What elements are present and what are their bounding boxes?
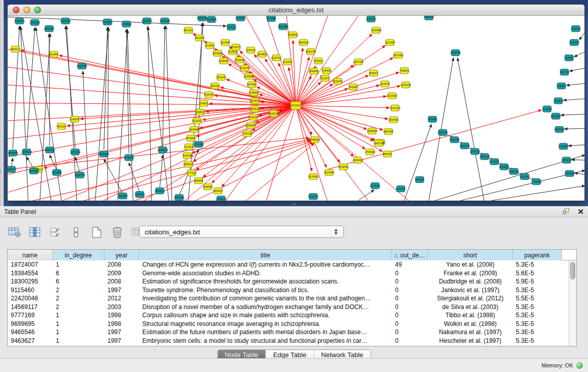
graph-edge-black[interactable] xyxy=(66,26,75,148)
graph-hub-node[interactable]: 18724007 xyxy=(291,102,301,110)
graph-node-teal[interactable]: 17359940 xyxy=(121,21,132,27)
window-titlebar[interactable]: citations_edges.txt xyxy=(8,5,584,16)
graph-node-yellow[interactable]: 8912956 xyxy=(49,51,58,57)
memory-status-icon[interactable] xyxy=(576,362,583,369)
graph-edge-black[interactable] xyxy=(572,160,584,160)
graph-node-yellow[interactable]: 18807249 xyxy=(374,140,384,146)
graph-node-yellow[interactable]: 11451947 xyxy=(248,114,259,120)
graph-node-teal[interactable]: 17290384 xyxy=(193,141,204,147)
graph-node-yellow[interactable]: 8660123 xyxy=(11,46,20,52)
graph-node-teal[interactable]: 10478293 xyxy=(21,149,32,155)
delete-table-button[interactable] xyxy=(110,225,125,239)
graph-node-yellow[interactable]: 8035726 xyxy=(333,78,342,84)
table-row[interactable]: 1456911722003Disruption of a novel membe… xyxy=(8,303,569,312)
graph-node-yellow[interactable]: 9327548 xyxy=(221,39,230,46)
graph-node-teal[interactable]: 12342758 xyxy=(438,129,448,136)
graph-edge-red[interactable] xyxy=(31,139,310,201)
graph-node-yellow[interactable]: 9463627 xyxy=(213,188,223,194)
graph-node-yellow[interactable]: 11156863 xyxy=(244,73,254,79)
graph-node-yellow[interactable]: 8756685 xyxy=(186,135,195,141)
graph-node-teal[interactable]: 20355721 xyxy=(14,18,25,24)
table-row[interactable]: 946362711997Embryonic stem cells: a mode… xyxy=(8,337,569,345)
graph-node-teal[interactable]: 11805423 xyxy=(45,147,55,153)
graph-node-yellow[interactable]: 12342757 xyxy=(239,65,250,71)
column-header-name[interactable]: name xyxy=(8,250,53,260)
graph-node-yellow[interactable]: 9901234 xyxy=(57,123,66,129)
graph-node-yellow[interactable]: 9558471 xyxy=(369,70,378,76)
graph-node-yellow[interactable]: 15248511 xyxy=(257,51,268,57)
graph-edge-black[interactable] xyxy=(13,26,19,149)
graph-node-yellow[interactable]: 9376142 xyxy=(246,47,255,53)
graph-node-yellow[interactable]: 22420046 xyxy=(234,57,245,63)
graph-node-teal[interactable]: 19558455 xyxy=(8,150,18,156)
graph-node-teal[interactable]: 15276021 xyxy=(60,18,71,24)
graph-node-yellow[interactable]: 12152481 xyxy=(338,164,349,170)
table-row[interactable]: 2242004622012Investigating the contribut… xyxy=(8,294,569,303)
graph-node-yellow[interactable]: 2718120 xyxy=(184,144,193,150)
graph-edge-red[interactable] xyxy=(293,40,296,105)
graph-edge-black[interactable] xyxy=(567,83,584,85)
graph-node-yellow[interactable]: 8222035 xyxy=(283,59,292,65)
table-row[interactable]: 1938455462009Genome-wide association stu… xyxy=(8,269,569,278)
table-vertical-scrollbar[interactable] xyxy=(569,260,576,346)
graph-edge-black[interactable] xyxy=(569,145,584,146)
graph-node-yellow[interactable]: 1621072 xyxy=(320,75,330,81)
graph-node-yellow[interactable]: 8186328 xyxy=(219,58,228,64)
graph-edge-black[interactable] xyxy=(40,34,50,201)
table-row[interactable]: 1830029562008Estimation of significance … xyxy=(8,277,569,286)
graph-node-yellow[interactable]: 1678275 xyxy=(231,44,241,50)
graph-edge-black[interactable] xyxy=(570,68,584,71)
table-row[interactable]: 977716911998Corpus callosum shape and si… xyxy=(8,311,569,320)
graph-node-yellow[interactable]: 12213967 xyxy=(385,39,396,46)
graph-node-teal[interactable]: 11485203 xyxy=(509,168,519,174)
graph-edge-black[interactable] xyxy=(564,128,584,129)
graph-node-teal[interactable]: 15692381 xyxy=(554,126,565,133)
graph-edge-black[interactable] xyxy=(575,173,584,174)
graph-node-teal[interactable]: 17103054 xyxy=(558,143,569,149)
graph-node-teal[interactable]: 15751074 xyxy=(569,39,580,46)
table-row[interactable]: 911546021997Tourette syndrome. Phenomeno… xyxy=(8,286,569,295)
graph-edge-black[interactable] xyxy=(104,27,107,150)
graph-node-yellow[interactable]: 16276504 xyxy=(324,169,335,176)
graph-node-teal[interactable]: 20034851 xyxy=(52,169,62,176)
graph-edge-black[interactable] xyxy=(435,155,584,201)
graph-node-yellow[interactable]: 9275051 xyxy=(205,42,214,49)
graph-node-yellow[interactable]: 1588520 xyxy=(195,109,205,115)
graph-node-teal[interactable]: 20206577 xyxy=(142,18,153,24)
row-mode-button[interactable] xyxy=(69,225,84,239)
graph-node-teal[interactable]: 16648784 xyxy=(450,50,461,56)
graph-node-teal[interactable]: 16033810 xyxy=(102,19,113,25)
graph-node-yellow[interactable]: 13216034 xyxy=(387,93,398,99)
graph-edge-black[interactable] xyxy=(491,186,584,201)
graph-node-yellow[interactable]: 8222037 xyxy=(192,118,202,124)
column-header-in_degree[interactable]: in_degree xyxy=(53,250,104,260)
graph-edge-black[interactable] xyxy=(27,28,35,148)
graph-node-teal[interactable]: 14780382 xyxy=(99,151,110,157)
graph-edge-black[interactable] xyxy=(404,124,431,201)
column-header-year[interactable]: year xyxy=(104,250,139,260)
panel-splitter-grip[interactable]: ••• xyxy=(290,203,297,206)
graph-edge-black[interactable] xyxy=(11,158,13,167)
graph-edge-red[interactable] xyxy=(80,105,296,119)
create-table-button[interactable] xyxy=(89,225,104,239)
scrollbar-thumb[interactable] xyxy=(570,262,575,279)
graph-node-yellow[interactable]: 9884067 xyxy=(383,151,392,157)
graph-node-yellow[interactable]: 9115460 xyxy=(183,152,192,159)
graph-node-teal[interactable]: 17957225 xyxy=(470,148,481,155)
graph-edge-black[interactable] xyxy=(107,28,108,201)
table-select-dropdown[interactable]: citations_edges.txt ▲▼ xyxy=(139,226,344,238)
close-window-button[interactable] xyxy=(13,7,19,13)
graph-node-yellow[interactable]: 20206576 xyxy=(250,98,260,104)
table-row[interactable]: 969969511998Structural magnetic resonanc… xyxy=(8,320,569,329)
graph-edge-red[interactable] xyxy=(44,105,296,168)
graph-node-teal[interactable]: 21084756 xyxy=(75,172,85,178)
graph-node-teal[interactable]: 19218586 xyxy=(278,24,289,30)
close-panel-icon[interactable]: ✕ xyxy=(577,208,584,215)
graph-edge-black[interactable] xyxy=(563,99,584,100)
graph-node-teal[interactable]: 16210643 xyxy=(551,113,561,119)
graph-edge-black[interactable] xyxy=(579,32,584,40)
graph-node-yellow[interactable]: 18300295 xyxy=(269,111,279,117)
graph-node-yellow[interactable]: 11544901 xyxy=(388,117,399,123)
graph-node-yellow[interactable]: 8454743 xyxy=(204,92,213,98)
graph-node-yellow[interactable]: 16120741 xyxy=(271,55,282,61)
